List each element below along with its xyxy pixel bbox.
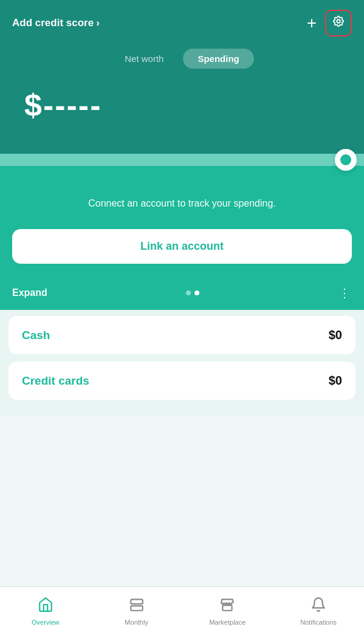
credit-cards-value: $0 [329,374,342,388]
amount-area: $----- [12,87,352,154]
svg-rect-2 [223,605,232,611]
accounts-section: Cash $0 Credit cards $0 [0,310,364,416]
header: Add credit score › + Net worth Spending [0,0,364,154]
nav-notifications-label: Notifications [300,619,337,626]
settings-button[interactable] [325,10,352,36]
expand-row: Expand ⋮ [0,276,364,310]
more-options-icon[interactable]: ⋮ [338,286,352,300]
amount-display: $----- [24,87,340,123]
add-icon[interactable]: + [307,15,317,32]
nav-marketplace-label: Marketplace [209,619,246,626]
tab-net-worth[interactable]: Net worth [110,49,178,69]
credit-cards-label: Credit cards [22,374,89,388]
svg-rect-0 [131,599,143,604]
header-icons: + [307,10,352,36]
nav-item-notifications[interactable]: Notifications [273,597,364,626]
view-tabs: Net worth Spending [12,49,352,69]
nav-item-overview[interactable]: Overview [0,597,91,626]
slider-dot[interactable] [335,149,357,171]
chevron-icon: › [96,17,100,29]
tab-spending-label: Spending [197,53,239,64]
slider-dot-inner [340,154,351,165]
page-dot-1 [186,290,191,295]
gear-icon [332,15,345,32]
nav-item-monthly[interactable]: Monthly [91,597,182,626]
svg-rect-1 [131,606,143,611]
expand-label[interactable]: Expand [12,287,47,298]
bottom-nav: Overview Monthly Marketplace [0,586,364,635]
add-credit-score-label: Add credit score [12,17,94,29]
nav-overview-label: Overview [32,619,60,626]
nav-monthly-label: Monthly [125,619,148,626]
add-credit-score-link[interactable]: Add credit score › [12,17,100,29]
middle-section: Connect an account to track your spendin… [0,154,364,310]
marketplace-icon [219,597,235,616]
page-dot-2 [194,290,199,295]
page-indicator [186,290,199,295]
monthly-icon [129,597,145,616]
cash-value: $0 [329,328,342,342]
cash-label: Cash [22,329,50,342]
link-account-button[interactable]: Link an account [12,229,352,264]
bell-icon [311,597,326,616]
cash-card[interactable]: Cash $0 [9,316,355,354]
header-top: Add credit score › + [12,10,352,36]
nav-item-marketplace[interactable]: Marketplace [182,597,273,626]
tab-net-worth-label: Net worth [125,53,163,64]
connect-account-text: Connect an account to track your spendin… [0,166,364,229]
home-icon [38,597,53,616]
slider-bar[interactable] [0,154,364,166]
credit-cards-card[interactable]: Credit cards $0 [9,362,355,400]
tab-spending[interactable]: Spending [183,49,253,69]
